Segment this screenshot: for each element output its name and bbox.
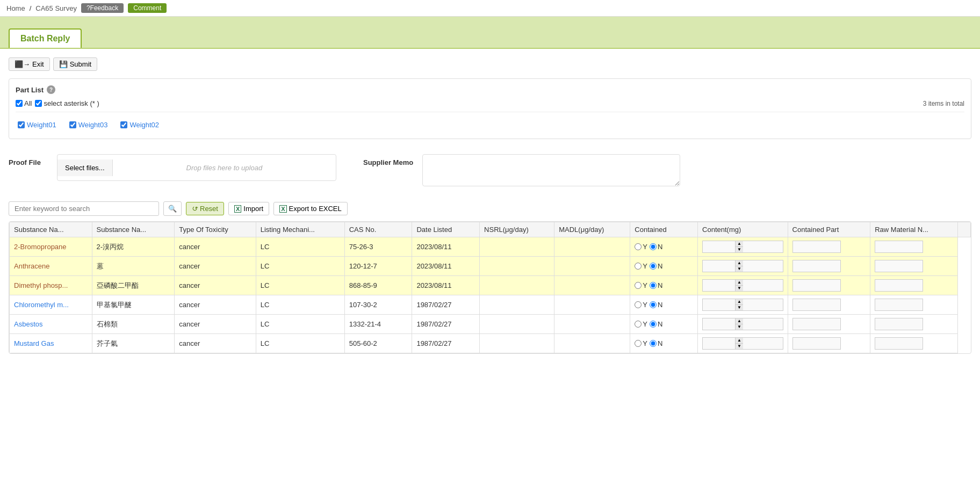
content-input[interactable] — [703, 280, 735, 291]
col-substance-en: Substance Na... — [10, 222, 92, 237]
spin-down[interactable]: ▼ — [735, 324, 743, 330]
table-scroll[interactable]: Substance Na... Substance Na... Type Of … — [9, 222, 971, 353]
search-input[interactable] — [9, 201, 159, 216]
raw-material-input[interactable] — [875, 337, 923, 350]
cell-listing: LC — [256, 295, 344, 315]
col-content: Content(mg) — [698, 222, 788, 237]
contained-n-radio[interactable] — [650, 282, 657, 289]
col-madl: MADL(μg/day) — [554, 222, 630, 237]
spin-up[interactable]: ▲ — [735, 338, 743, 344]
part-items: Weight01 Weight03 Weight02 — [16, 118, 964, 132]
contained-y-label[interactable]: Y — [635, 301, 647, 309]
reset-button[interactable]: ↺ Reset — [186, 202, 224, 215]
table-body: 2-Bromopropane 2-溴丙烷 cancer LC 75-26-3 2… — [10, 237, 971, 353]
contained-n-radio[interactable] — [650, 301, 657, 308]
spin-up[interactable]: ▲ — [735, 299, 743, 305]
content-input[interactable] — [703, 261, 735, 271]
contained-n-radio[interactable] — [650, 243, 657, 250]
all-checkbox[interactable] — [16, 100, 23, 107]
contained-y-label[interactable]: Y — [635, 243, 647, 251]
content-input[interactable] — [703, 319, 735, 329]
contained-n-label[interactable]: N — [650, 281, 662, 289]
raw-material-input[interactable] — [875, 279, 923, 292]
raw-material-input[interactable] — [875, 260, 923, 272]
cell-substance-cn: 甲基氯甲醚 — [92, 295, 175, 315]
tab-batch-reply[interactable]: Batch Reply — [9, 28, 82, 48]
cell-date: 1987/02/27 — [412, 334, 480, 353]
weight01-checkbox[interactable] — [18, 121, 25, 128]
nav-home[interactable]: Home — [6, 4, 25, 12]
cell-substance-cn: 石棉類 — [92, 315, 175, 334]
spin-up[interactable]: ▲ — [735, 280, 743, 286]
weight02-checkbox[interactable] — [120, 121, 127, 128]
contained-y-label[interactable]: Y — [635, 320, 647, 328]
contained-n-label[interactable]: N — [650, 243, 662, 251]
contained-n-label[interactable]: N — [650, 320, 662, 328]
contained-y-radio[interactable] — [635, 340, 642, 347]
contained-n-radio[interactable] — [650, 340, 657, 347]
contained-y-radio[interactable] — [635, 243, 642, 250]
raw-material-input[interactable] — [875, 241, 923, 253]
contained-part-input[interactable] — [792, 260, 841, 272]
cell-contained-part — [788, 315, 870, 334]
weight03-checkbox[interactable] — [69, 121, 76, 128]
contained-y-radio[interactable] — [635, 321, 642, 328]
contained-n-label[interactable]: N — [650, 339, 662, 347]
col-contained-part: Contained Part — [788, 222, 870, 237]
contained-part-input[interactable] — [792, 279, 841, 292]
select-asterisk-checkbox[interactable] — [35, 100, 42, 107]
raw-material-input[interactable] — [875, 299, 923, 311]
contained-part-input[interactable] — [792, 299, 841, 311]
supplier-memo-textarea[interactable] — [422, 154, 680, 186]
comment-button[interactable]: Comment — [128, 3, 167, 13]
toolbar: ⬛→ Exit 💾 Submit — [9, 57, 971, 71]
help-icon[interactable]: ? — [47, 85, 55, 94]
contained-n-label[interactable]: N — [650, 301, 662, 309]
feedback-button[interactable]: ?Feedback — [81, 3, 124, 13]
cell-contained-part — [788, 295, 870, 315]
cell-date: 2023/08/11 — [412, 276, 480, 295]
content-input[interactable] — [703, 242, 735, 252]
part-item-weight01[interactable]: Weight01 — [18, 121, 56, 129]
spin-down[interactable]: ▼ — [735, 286, 743, 291]
contained-y-label[interactable]: Y — [635, 262, 647, 270]
contained-y-radio[interactable] — [635, 263, 642, 270]
import-button[interactable]: X Import — [228, 202, 269, 215]
nav-survey[interactable]: CA65 Survey — [35, 4, 77, 12]
raw-material-input[interactable] — [875, 318, 923, 330]
select-asterisk-label[interactable]: select asterisk (* ) — [35, 99, 99, 107]
contained-y-radio[interactable] — [635, 282, 642, 289]
content-input[interactable] — [703, 300, 735, 310]
search-button[interactable]: 🔍 — [163, 201, 182, 216]
contained-n-radio[interactable] — [650, 321, 657, 328]
all-checkbox-label[interactable]: All — [16, 99, 32, 107]
contained-n-label[interactable]: N — [650, 262, 662, 270]
contained-y-radio[interactable] — [635, 301, 642, 308]
exit-button[interactable]: ⬛→ Exit — [9, 57, 50, 71]
contained-part-input[interactable] — [792, 241, 841, 253]
spin-up[interactable]: ▲ — [735, 241, 743, 247]
contained-y-label[interactable]: Y — [635, 281, 647, 289]
part-item-weight03[interactable]: Weight03 — [69, 121, 108, 129]
cell-raw-material — [870, 315, 958, 334]
select-files-button[interactable]: Select files... — [57, 159, 113, 176]
contained-n-radio[interactable] — [650, 263, 657, 270]
spin-down[interactable]: ▼ — [735, 305, 743, 310]
cell-toxicity: cancer — [175, 237, 256, 257]
submit-button[interactable]: 💾 Submit — [53, 57, 97, 71]
spin-up[interactable]: ▲ — [735, 260, 743, 266]
content-input[interactable] — [703, 338, 735, 349]
contained-y-label[interactable]: Y — [635, 339, 647, 347]
cell-contained-part — [788, 237, 870, 257]
cell-contained: Y N — [630, 237, 698, 257]
spin-down[interactable]: ▼ — [735, 247, 743, 252]
contained-part-input[interactable] — [792, 318, 841, 330]
table-row: Dimethyl phosp... 亞磷酸二甲酯 cancer LC 868-8… — [10, 276, 971, 295]
export-button[interactable]: X Export to EXCEL — [273, 202, 348, 215]
spin-down[interactable]: ▼ — [735, 266, 743, 272]
spin-down[interactable]: ▼ — [735, 344, 743, 349]
part-item-weight02[interactable]: Weight02 — [120, 121, 159, 129]
cell-listing: LC — [256, 334, 344, 353]
contained-part-input[interactable] — [792, 337, 841, 350]
spin-up[interactable]: ▲ — [735, 318, 743, 324]
